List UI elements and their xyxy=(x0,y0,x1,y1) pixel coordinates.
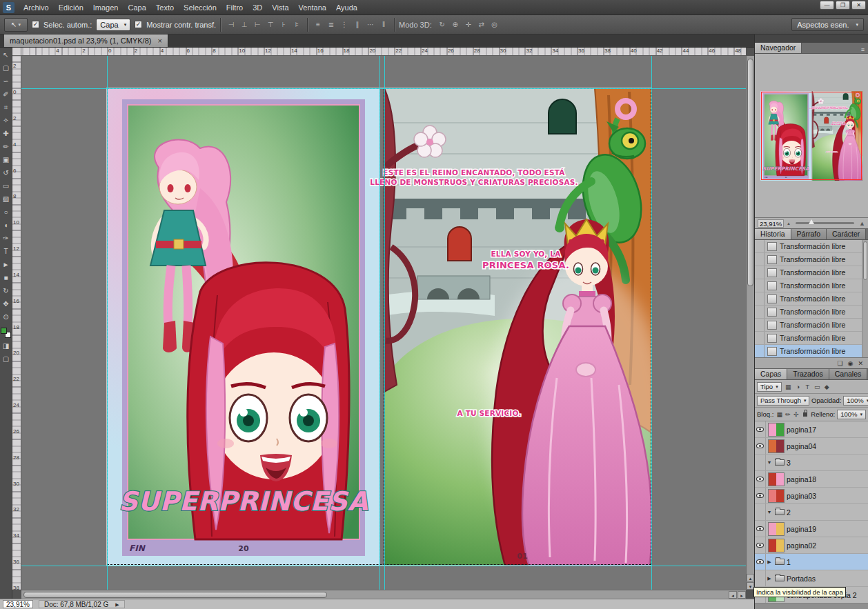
zoom-tool[interactable]: ⊙ xyxy=(1,311,12,324)
menu-vista[interactable]: Vista xyxy=(267,1,293,14)
document-tab[interactable]: maquetacion01.psd al 23,9% (1, CMYK/8) × xyxy=(4,34,168,47)
tool-preset-dropdown[interactable]: ↖ ▾ xyxy=(4,18,28,32)
status-doc-info[interactable]: Doc: 67,8 MB/1,02 G ▶ xyxy=(39,600,125,608)
layer-pagina17[interactable]: pagina17 xyxy=(755,421,868,438)
workspace-switcher[interactable]: Aspectos esen. ▾ xyxy=(791,18,864,31)
visibility-toggle[interactable] xyxy=(755,488,766,503)
menu-texto[interactable]: Texto xyxy=(151,1,179,14)
lock-icon[interactable]: ✏ xyxy=(784,411,791,418)
vertical-scrollbar-thumb[interactable] xyxy=(747,59,753,286)
mode3d-icon[interactable]: ◎ xyxy=(489,19,501,30)
layer-filter-icon[interactable]: T xyxy=(803,383,812,390)
panel-menu-icon[interactable]: ≡ xyxy=(858,46,868,53)
layer-group-1[interactable]: ▶1 xyxy=(755,554,868,570)
history-snapshot-slot[interactable] xyxy=(755,279,765,292)
ruler-horizontal[interactable]: 4202468101214161820222426283032343638404… xyxy=(21,48,746,56)
type-tool[interactable]: T xyxy=(1,246,12,259)
visibility-toggle[interactable] xyxy=(755,554,766,570)
move-tool[interactable]: ↖ xyxy=(1,49,12,62)
scroll-left-icon[interactable]: ◂ xyxy=(729,591,737,599)
layer-filter-icon[interactable]: ▭ xyxy=(813,383,822,390)
history-entry[interactable]: Transformación libre xyxy=(755,279,868,292)
healing-brush-tool[interactable]: ✚ xyxy=(1,128,12,141)
history-snapshot-slot[interactable] xyxy=(755,332,765,344)
layer-pagina18[interactable]: pagina18 xyxy=(755,471,868,488)
screen-mode[interactable]: ▢ xyxy=(1,353,12,366)
distribute-icon[interactable]: ‖ xyxy=(377,19,390,30)
lock-all-icon[interactable] xyxy=(803,412,807,417)
fill-field[interactable]: 100% ▾ xyxy=(837,410,866,419)
ruler-vertical[interactable]: 202468101214161820222426283032343638 xyxy=(12,56,21,590)
align-icon[interactable]: ⊢ xyxy=(251,19,264,30)
crop-tool[interactable]: ⌗ xyxy=(1,101,12,114)
layer-pagina02[interactable]: pagina02 xyxy=(755,537,868,554)
scroll-up-icon[interactable]: ▴ xyxy=(747,574,754,581)
eraser-tool[interactable]: ▭ xyxy=(1,180,12,193)
auto-select-checkbox[interactable]: ✓ xyxy=(32,21,39,28)
visibility-toggle[interactable] xyxy=(755,421,766,437)
tab-caracter[interactable]: Carácter xyxy=(827,229,866,239)
layer-group-2[interactable]: ▼2 xyxy=(755,504,868,521)
auto-select-target-dropdown[interactable]: Capa ▾ xyxy=(96,19,130,31)
navigator-preview[interactable] xyxy=(760,91,862,181)
menu-3d[interactable]: 3D xyxy=(248,1,267,14)
mode3d-icon[interactable]: ✛ xyxy=(462,19,475,30)
align-icon[interactable]: ⊥ xyxy=(238,19,250,30)
distribute-icon[interactable]: ≡ xyxy=(312,19,324,30)
layer-pagina04[interactable]: pagina04 xyxy=(755,438,868,455)
history-snapshot-slot[interactable] xyxy=(755,253,765,266)
lock-icon[interactable]: ▦ xyxy=(776,411,783,418)
quick-select-tool[interactable]: ✐ xyxy=(1,88,12,101)
distribute-icon[interactable]: ∥ xyxy=(351,19,364,30)
align-icon[interactable]: ⊤ xyxy=(264,19,277,30)
tab-canales[interactable]: Canales xyxy=(829,369,868,379)
hand-tool[interactable]: ✥ xyxy=(1,298,12,311)
color-swatches[interactable] xyxy=(1,328,11,338)
canvas[interactable] xyxy=(21,56,746,590)
tab-capas[interactable]: Capas xyxy=(755,369,787,379)
layer-pagina03[interactable]: pagina03 xyxy=(755,488,868,504)
visibility-toggle[interactable] xyxy=(755,471,766,487)
history-entry[interactable]: Transformación libre xyxy=(755,345,868,358)
layer-filter-icon[interactable]: ◆ xyxy=(822,383,831,390)
foreground-color-swatch[interactable] xyxy=(1,328,7,334)
history-snapshot-slot[interactable] xyxy=(755,240,765,252)
tab-historia[interactable]: Historia xyxy=(755,229,791,239)
align-icon[interactable]: ⊦ xyxy=(277,19,290,30)
shape-tool[interactable]: ■ xyxy=(1,272,12,285)
visibility-toggle[interactable] xyxy=(755,537,766,553)
horizontal-scrollbar-thumb[interactable] xyxy=(23,592,327,598)
tab-parrafo[interactable]: Párrafo xyxy=(791,229,827,239)
navigator-zoom-field[interactable]: 23,91% xyxy=(758,219,784,228)
history-snapshot-slot[interactable] xyxy=(755,266,765,279)
path-select-tool[interactable]: ► xyxy=(1,259,12,272)
mode3d-icon[interactable]: ⊕ xyxy=(449,19,462,30)
visibility-toggle[interactable] xyxy=(755,438,766,454)
layer-group-3[interactable]: ▼3 xyxy=(755,455,868,471)
expand-triangle[interactable]: ▶ xyxy=(766,576,773,581)
vertical-scrollbar[interactable]: ▴ ▾ xyxy=(746,56,754,590)
distribute-icon[interactable]: ⋯ xyxy=(364,19,377,30)
eyedropper-tool[interactable]: ✧ xyxy=(1,114,12,128)
pen-tool[interactable]: ✑ xyxy=(1,232,12,246)
mode3d-icon[interactable]: ↻ xyxy=(436,19,448,30)
close-icon[interactable]: × xyxy=(157,37,161,45)
show-transform-checkbox[interactable]: ✓ xyxy=(135,21,142,28)
guide[interactable] xyxy=(384,56,385,590)
scroll-right-icon[interactable]: ▸ xyxy=(738,591,746,599)
expand-triangle[interactable]: ▶ xyxy=(766,559,773,565)
lock-icon[interactable]: ✢ xyxy=(792,411,800,418)
zoom-out-icon[interactable]: ▲ xyxy=(787,221,791,226)
marquee-tool[interactable]: ▢ xyxy=(1,62,12,75)
menu-edicion[interactable]: Edición xyxy=(54,1,88,14)
dodge-tool[interactable]: ◖ xyxy=(1,219,12,232)
history-snapshot-slot[interactable] xyxy=(755,345,765,357)
layer-group-portadas[interactable]: ▶Portadas xyxy=(755,570,868,587)
delete-icon[interactable]: ✕ xyxy=(858,360,863,367)
align-icon[interactable]: ⊧ xyxy=(290,19,303,30)
expand-triangle[interactable]: ▼ xyxy=(766,460,773,465)
visibility-toggle[interactable] xyxy=(755,504,766,520)
clone-stamp-tool[interactable]: ▣ xyxy=(1,154,12,167)
minimize-button[interactable]: — xyxy=(820,1,834,10)
history-entry[interactable]: Transformación libre xyxy=(755,253,868,266)
